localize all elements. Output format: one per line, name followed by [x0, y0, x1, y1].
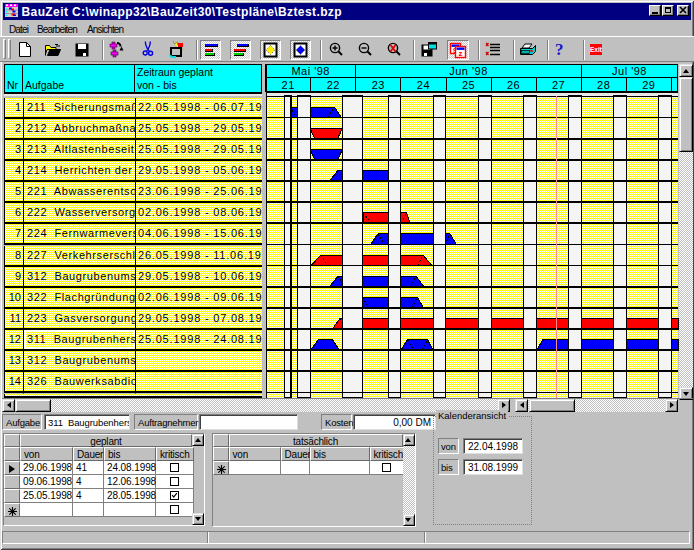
svg-text:z: z [458, 49, 462, 58]
svg-text:Jul '98: Jul '98 [612, 65, 647, 77]
svg-text:23: 23 [372, 79, 385, 91]
svg-text:24: 24 [417, 79, 430, 91]
svg-text:29: 29 [642, 79, 655, 91]
svg-text:25: 25 [462, 79, 475, 91]
svg-text:26: 26 [507, 79, 520, 91]
svg-text:Mai '98: Mai '98 [291, 65, 330, 77]
svg-text:28: 28 [597, 79, 610, 91]
svg-text:22: 22 [327, 79, 340, 91]
svg-text:27: 27 [552, 79, 565, 91]
svg-text:Jun '98: Jun '98 [449, 65, 488, 77]
svg-text:21: 21 [282, 79, 295, 91]
